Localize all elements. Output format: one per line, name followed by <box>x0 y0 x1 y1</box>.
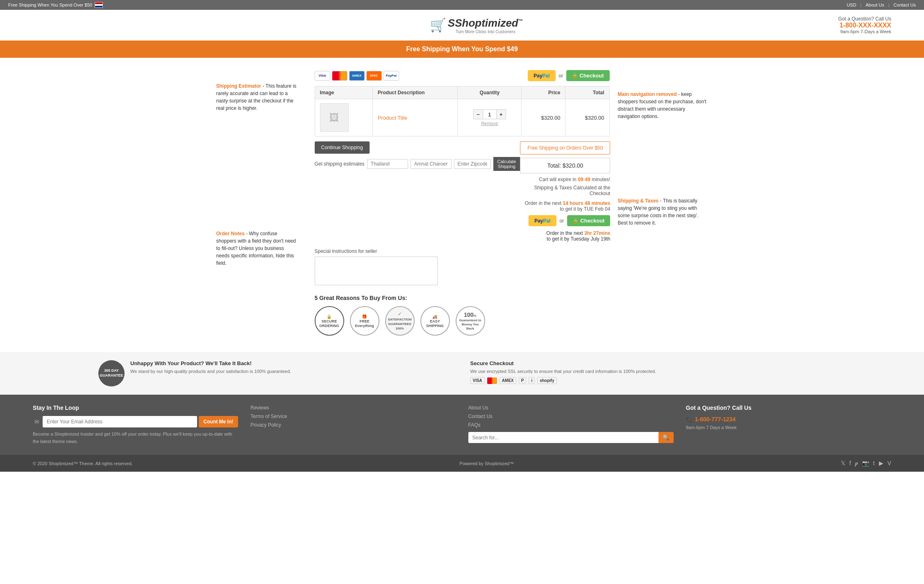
info-logo: i <box>529 377 535 384</box>
table-row: 🖼 Product Title − + Remove $ <box>315 99 609 136</box>
shipping-estimator-row: Get shipping estimates Calculate Shippin… <box>315 157 520 171</box>
product-title[interactable]: Product Title <box>378 115 407 121</box>
youtube-icon[interactable]: ▶ <box>879 460 883 467</box>
social-icons: 𝕏 f 𝒑 📷 t ▶ V <box>841 460 891 467</box>
reasons-section: 5 Great Reasons To Buy From Us: 🔒SECUREO… <box>315 295 610 336</box>
product-price-cell: $320.00 <box>522 99 565 136</box>
guarantee-desc-2: We use encrypted SSL security to ensure … <box>470 369 656 374</box>
tumblr-icon[interactable]: t <box>873 460 875 467</box>
total-value: $320.00 <box>563 162 583 169</box>
guarantee-text-2: Secure Checkout We use encrypted SSL sec… <box>470 360 656 384</box>
zip-input[interactable] <box>454 159 491 169</box>
header: 🛒 SShoptimized™ Turn More Clicks Into Cu… <box>0 10 924 41</box>
newsletter-desc: Become a Shoptimized Insider and get 10%… <box>33 431 238 445</box>
country-input[interactable] <box>367 159 408 169</box>
logo-text: SShoptimized™ <box>448 16 523 30</box>
product-description-cell: Product Title <box>372 99 458 136</box>
ann-title-nav: Main navigation removed <box>618 91 677 97</box>
or-label-bottom: or <box>560 218 564 224</box>
footer-search-btn[interactable]: 🔍 <box>658 432 674 443</box>
annotation-shipping-estimator: Shipping Estimator - This feature is rar… <box>216 82 298 112</box>
twitter-icon[interactable]: 𝕏 <box>841 460 845 467</box>
banner-text: Free Shipping When You Spend $49 <box>406 45 518 52</box>
order-next-time: 3hr 27mins <box>584 230 610 236</box>
footer-search-input[interactable] <box>468 432 658 443</box>
promo-banner: Free Shipping When You Spend $49 <box>0 41 924 58</box>
amex-icon: AMEX <box>349 71 365 81</box>
checkout-button-bottom[interactable]: 🔒 Checkout <box>567 215 610 226</box>
footer-link-about: About Us <box>468 404 674 411</box>
qty-decrease-btn[interactable]: − <box>473 109 483 119</box>
footer-contact-title: Got a Question? Call Us <box>686 404 891 411</box>
footer-col-links-1: Reviews Terms of Service Privacy Policy <box>250 404 456 445</box>
amex-logo: AMEX <box>499 377 516 384</box>
annotation-nav-removed: Main navigation removed - keep shoppers … <box>618 91 708 120</box>
paypal-button-top[interactable]: PayPal <box>528 70 555 81</box>
paypal-button-bottom[interactable]: PayPal <box>529 215 556 226</box>
about-us-link[interactable]: About Us <box>865 2 884 7</box>
newsletter-input[interactable] <box>43 416 197 427</box>
col-quantity: Quantity <box>458 86 522 99</box>
free-shipping-btn[interactable]: Free Shipping on Orders Over $50 <box>520 141 610 155</box>
footer-links-1: Reviews Terms of Service Privacy Policy <box>250 404 456 428</box>
remove-link[interactable]: Remove <box>463 121 516 126</box>
col-description: Product Description <box>372 86 458 99</box>
qty-increase-btn[interactable]: + <box>496 109 506 119</box>
email-icon: ✉ <box>33 416 41 427</box>
contact-us-link[interactable]: Contact Us <box>894 2 916 7</box>
footer-col-contact: Got a Question? Call Us 📞 1-800-777-1234… <box>686 404 891 445</box>
col-price: Price <box>522 86 565 99</box>
product-total-cell: $320.00 <box>565 99 609 136</box>
paypal-logo: P <box>519 377 527 384</box>
vimeo-icon[interactable]: V <box>888 460 891 467</box>
instructions-label: Special instructions for seller <box>315 248 610 254</box>
checkout-btns-top: PayPal or 🔒 Checkout <box>528 70 609 81</box>
calc-shipping-btn[interactable]: Calculate Shipping <box>493 157 520 171</box>
main-wrapper: Shipping Estimator - This feature is rar… <box>216 58 708 348</box>
pinterest-icon[interactable]: 𝒑 <box>855 460 858 467</box>
top-bar-left: Free Shipping When You Spend Over $50 <box>8 2 103 8</box>
payment-logos-row: VISA AMEX P i shopify <box>470 377 656 384</box>
instructions-section: Special instructions for seller <box>315 248 610 286</box>
checkout-label-bottom: Checkout <box>580 218 604 224</box>
total-label: Total: <box>547 162 561 169</box>
product-image-cell: 🖼 <box>315 99 372 136</box>
logo-area: 🛒 SShoptimized™ Turn More Clicks Into Cu… <box>430 16 523 34</box>
footer-link-reviews: Reviews <box>250 404 456 411</box>
annotation-order-notes: Order Notes - Why confuse shoppers with … <box>216 230 298 267</box>
qty-input[interactable] <box>483 109 496 119</box>
cart-logo-icon: 🛒 <box>430 17 446 33</box>
visa-logo: VISA <box>470 377 485 384</box>
order-next: Order in the next 3hr 27mins to get it b… <box>520 230 610 242</box>
badge-secure: 🔒SECUREORDERING <box>315 306 344 336</box>
powered-text: Powered by Shoptimized™ <box>460 461 514 466</box>
instructions-textarea[interactable] <box>315 257 438 285</box>
continue-shopping-btn[interactable]: Continue Shopping <box>315 141 370 154</box>
top-bar: Free Shipping When You Spend Over $50 US… <box>0 0 924 10</box>
facebook-icon[interactable]: f <box>849 460 851 467</box>
count-me-btn[interactable]: Count Me In! <box>199 416 238 427</box>
newsletter-form: ✉ Count Me In! <box>33 416 238 427</box>
cart-container: VISA AMEX DISC PayPal PayPal or 🔒 Checko… <box>315 66 610 340</box>
ann-title-shipping: Shipping Estimator <box>216 83 261 89</box>
product-price: $320.00 <box>541 115 560 121</box>
cart-summary: Free Shipping on Orders Over $50 Total: … <box>520 141 610 242</box>
contact-hours: 9am-6pm 7-Days a Week <box>838 29 891 34</box>
left-section: Continue Shopping Get shipping estimates… <box>315 141 520 171</box>
guarantee-item-1: 365 DAY GUARANTEE Unhappy With Your Prod… <box>98 360 454 386</box>
province-input[interactable] <box>411 159 452 169</box>
guarantee-title-2: Secure Checkout <box>470 360 656 366</box>
product-quantity-cell: − + Remove <box>458 99 522 136</box>
delivery-time: 14 hours 48 minutes <box>563 200 610 206</box>
instagram-icon[interactable]: 📷 <box>862 460 869 467</box>
footer-col-newsletter: Stay In The Loop ✉ Count Me In! Become a… <box>33 404 238 445</box>
guarantee-desc-1: We stand by our high-quality products an… <box>130 369 291 374</box>
checkout-button-top[interactable]: 🔒 Checkout <box>566 70 609 81</box>
product-image: 🖼 <box>320 103 349 132</box>
currency-selector[interactable]: USD <box>847 2 856 7</box>
logo-tagline: Turn More Clicks Into Customers <box>448 30 523 34</box>
top-bar-right: USD | About Us | Contact Us <box>847 2 916 7</box>
checkout-label-top: Checkout <box>579 73 604 79</box>
guarantee-text-1: Unhappy With Your Product? We'll Take It… <box>130 360 291 374</box>
cart-bottom: Continue Shopping Get shipping estimates… <box>315 141 610 242</box>
